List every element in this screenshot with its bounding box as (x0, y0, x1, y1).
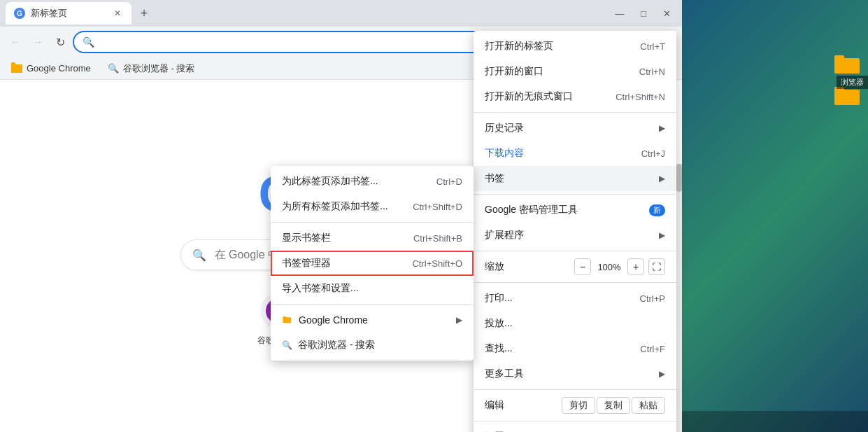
back-button[interactable]: ← (6, 32, 25, 52)
desktop-browser-label: 浏览器 (837, 76, 868, 89)
menu-divider-5 (474, 389, 676, 390)
browser-tab[interactable]: G 新标签页 ✕ (6, 2, 131, 25)
menu-label-downloads: 下载内容 (485, 147, 641, 160)
zoom-value: 100% (595, 262, 623, 272)
submenu-item-bookmark-manager[interactable]: 书签管理器 Ctrl+Shift+O (271, 251, 474, 276)
zoom-controls: − 100% + (574, 258, 665, 275)
bookmark-item-search[interactable]: 🔍 谷歌浏览器 - 搜索 (102, 60, 201, 78)
scrollbar-thumb[interactable] (676, 164, 682, 192)
menu-item-find[interactable]: 查找... Ctrl+F (474, 336, 676, 361)
menu-shortcut-incognito: Ctrl+Shift+N (616, 92, 665, 102)
menu-label-password-manager: Google 密码管理工具 (485, 204, 643, 216)
menu-shortcut-new-window: Ctrl+N (639, 67, 665, 77)
edit-label: 编辑 (485, 399, 504, 412)
submenu-item-add-all-bookmarks[interactable]: 为所有标签页添加书签... Ctrl+Shift+D (271, 194, 474, 219)
submenu-divider-2 (271, 304, 474, 305)
menu-shortcut-find: Ctrl+F (640, 344, 665, 354)
submenu-label-import-bookmarks: 导入书签和设置... (282, 282, 359, 295)
submenu-item-add-bookmark[interactable]: 为此标签页添加书签... Ctrl+D (271, 169, 474, 194)
menu-item-downloads[interactable]: 下载内容 Ctrl+J (474, 141, 676, 166)
menu-label-more-tools: 更多工具 (485, 368, 659, 380)
menu-shortcut-downloads: Ctrl+J (641, 148, 665, 159)
close-button[interactable]: ✕ (657, 6, 676, 22)
maximize-button[interactable]: □ (635, 6, 652, 22)
zoom-in-button[interactable]: + (627, 258, 644, 275)
menu-label-incognito: 打开新的无痕式窗口 (485, 90, 616, 103)
new-badge: 新 (649, 204, 665, 216)
submenu-arrow-google-chrome: ▶ (456, 315, 462, 325)
tab-close-button[interactable]: ✕ (112, 8, 123, 19)
submenu-item-google-chrome-folder[interactable]: Google Chrome ▶ (271, 307, 474, 333)
menu-item-incognito[interactable]: 打开新的无痕式窗口 Ctrl+Shift+N (474, 84, 676, 109)
bookmark-item-chrome[interactable]: Google Chrome (6, 60, 97, 76)
scrollbar[interactable] (676, 164, 682, 432)
menu-item-new-tab[interactable]: 打开新的标签页 Ctrl+T (474, 34, 676, 59)
tab-title: 新标签页 (31, 7, 67, 20)
bookmark-submenu: 为此标签页添加书签... Ctrl+D 为所有标签页添加书签... Ctrl+S… (271, 166, 474, 361)
desktop-folder-1[interactable] (834, 53, 860, 76)
submenu-label-add-all-bookmarks: 为所有标签页添加书签... (282, 200, 388, 213)
menu-label-bookmarks: 书签 (485, 172, 659, 185)
zoom-fullscreen-button[interactable] (648, 258, 665, 275)
paste-button[interactable]: 粘贴 (632, 397, 665, 414)
menu-label-cast: 投放... (485, 317, 665, 330)
menu-item-history[interactable]: 历史记录 ▶ (474, 116, 676, 141)
search-bar-icon: 🔍 (192, 249, 206, 262)
submenu-shortcut-show-bookmarks: Ctrl+Shift+B (413, 233, 462, 244)
minimize-button[interactable]: — (609, 6, 629, 22)
title-bar: G 新标签页 ✕ + — □ ✕ (0, 0, 682, 27)
menu-arrow-more-tools: ▶ (659, 369, 665, 379)
submenu-label-bookmark-manager: 书签管理器 (282, 257, 331, 270)
desktop-area: 浏览器 (682, 0, 868, 432)
menu-item-extensions[interactable]: 扩展程序 ▶ (474, 223, 676, 248)
menu-divider-1 (474, 112, 676, 113)
menu-item-print[interactable]: 打印... Ctrl+P (474, 286, 676, 311)
submenu-label-add-bookmark: 为此标签页添加书签... (282, 175, 378, 188)
menu-divider-4 (474, 282, 676, 283)
taskbar (682, 411, 868, 432)
menu-label-extensions: 扩展程序 (485, 229, 659, 242)
folder-icon (11, 64, 22, 73)
reload-button[interactable]: ↻ (50, 32, 70, 52)
menu-item-password-manager[interactable]: Google 密码管理工具 新 (474, 197, 676, 223)
menu-divider-2 (474, 194, 676, 195)
zoom-out-button[interactable]: − (574, 258, 591, 275)
zoom-label: 缩放 (485, 260, 504, 273)
menu-item-more-tools[interactable]: 更多工具 ▶ (474, 361, 676, 386)
bookmark-label-chrome: Google Chrome (27, 63, 91, 74)
submenu-label-show-bookmarks: 显示书签栏 (282, 232, 331, 244)
menu-item-cast[interactable]: 投放... (474, 311, 676, 336)
cut-button[interactable]: 剪切 (562, 397, 595, 414)
submenu-shortcut-bookmark-manager: Ctrl+Shift+O (412, 258, 462, 269)
chrome-dropdown-menu: 打开新的标签页 Ctrl+T 打开新的窗口 Ctrl+N 打开新的无痕式窗口 C… (474, 31, 676, 432)
menu-label-new-tab: 打开新的标签页 (485, 40, 640, 53)
bookmark-label-search: 谷歌浏览器 - 搜索 (123, 62, 195, 75)
menu-item-new-window[interactable]: 打开新的窗口 Ctrl+N (474, 59, 676, 84)
menu-shortcut-new-tab: Ctrl+T (640, 41, 665, 52)
submenu-item-baidu-search[interactable]: 🔍 谷歌浏览器 - 搜索 (271, 333, 474, 358)
menu-shortcut-print: Ctrl+P (640, 293, 665, 304)
folder-icon-small (282, 314, 293, 326)
forward-button[interactable]: → (28, 32, 48, 52)
submenu-shortcut-add-all-bookmarks: Ctrl+Shift+D (413, 202, 462, 212)
menu-label-history: 历史记录 (485, 122, 659, 134)
baidu-search-icon: 🔍 (282, 340, 292, 350)
menu-label-print: 打印... (485, 292, 640, 305)
cut-copy-paste-group: 剪切 复制 粘贴 (562, 397, 665, 414)
menu-arrow-extensions: ▶ (659, 230, 665, 240)
submenu-item-show-bookmarks[interactable]: 显示书签栏 Ctrl+Shift+B (271, 225, 474, 251)
submenu-shortcut-add-bookmark: Ctrl+D (436, 176, 462, 187)
menu-label-find: 查找... (485, 342, 640, 355)
submenu-item-import-bookmarks[interactable]: 导入书签和设置... (271, 276, 474, 301)
menu-item-bookmarks[interactable]: 书签 ▶ 为此标签页添加书签... Ctrl+D 为所有标签页添加书签... C… (474, 166, 676, 191)
submenu-label-google-chrome-folder: Google Chrome (299, 314, 368, 326)
menu-item-settings[interactable]: 设置 (474, 424, 676, 432)
new-tab-button[interactable]: + (134, 4, 154, 23)
menu-divider-6 (474, 421, 676, 421)
copy-button[interactable]: 复制 (597, 397, 630, 414)
menu-divider-3 (474, 251, 676, 251)
tab-favicon: G (14, 8, 25, 19)
search-favicon: 🔍 (108, 63, 119, 74)
menu-item-edit: 编辑 剪切 复制 粘贴 (474, 393, 676, 418)
menu-item-zoom: 缩放 − 100% + (474, 254, 676, 279)
